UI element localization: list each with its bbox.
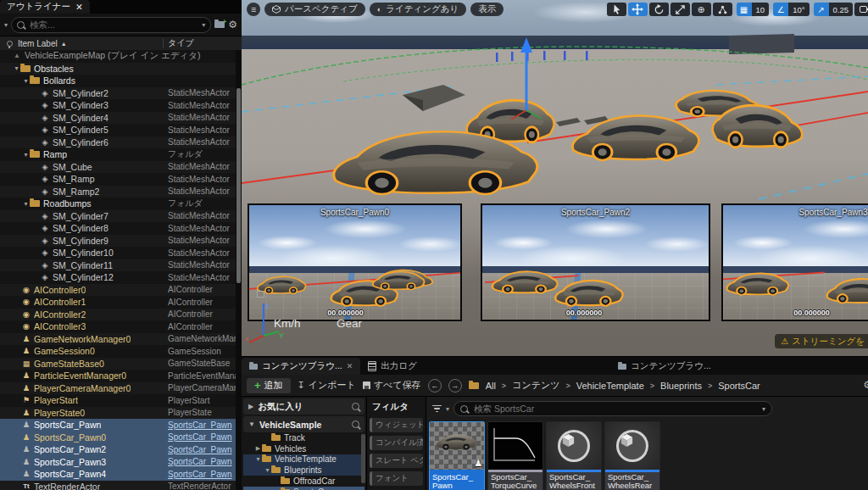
breadcrumb-item[interactable]: VehicleTemplate (576, 381, 644, 391)
save-all-button[interactable]: すべて保存 (363, 379, 421, 392)
rotation-snap-button[interactable]: ∠ (773, 3, 788, 16)
outliner-row[interactable]: ▾Roadbumpsフォルダ (0, 198, 236, 210)
asset-search-box[interactable]: ▾ (453, 401, 772, 416)
filter-funnel-icon[interactable] (431, 405, 442, 413)
outliner-row[interactable]: ♟ParticleEventManager0ParticleEventManag… (0, 370, 236, 382)
gear-icon[interactable]: ⚙ (863, 379, 868, 391)
asset-tile[interactable]: ♟SportsCar_Pawn (429, 421, 485, 490)
tab-outliner[interactable]: アウトライナー ✕ (0, 0, 90, 14)
add-button[interactable]: + 追加 (247, 378, 291, 393)
outliner-row[interactable]: ◈SM_Cylinder5StaticMeshActor (0, 124, 236, 136)
asset-tile[interactable]: SportsCar_WheelsRear (604, 421, 660, 490)
outliner-row[interactable]: ◈SM_Cylinder12StaticMeshActor (0, 271, 236, 284)
folder-tree-item[interactable]: ▼Blueprints (243, 465, 364, 476)
breadcrumb-item[interactable]: SportsCar (718, 381, 760, 391)
gear-icon[interactable]: ⚙ (228, 19, 237, 30)
source-header[interactable]: ▼ VehicleSample (243, 416, 364, 432)
viewport-menu-button[interactable]: ≡ (247, 3, 260, 16)
actor-type[interactable]: SportsCar_Pawn (168, 445, 236, 454)
breadcrumb-item[interactable]: コンテンツ (512, 379, 559, 392)
search-icon[interactable] (352, 403, 359, 410)
tab-content-browser[interactable]: コンテンツブラウ... ✕ (242, 358, 360, 375)
chevron-down-icon[interactable]: ▾ (446, 405, 449, 413)
expander-icon[interactable]: ▶ (254, 445, 262, 452)
pin-column-icon[interactable] (7, 41, 13, 47)
perspective-button[interactable]: パースペクティブ (264, 3, 365, 16)
filter-chip[interactable]: フォント (370, 471, 423, 486)
level-viewport[interactable]: ≡ パースペクティブ ◐ ライティングあり 表示 (242, 0, 868, 356)
close-icon[interactable]: ✕ (75, 3, 83, 11)
outliner-row[interactable]: ♟SportsCar_Pawn0SportsCar_Pawn (0, 432, 236, 444)
tab-output-log[interactable]: 出力ログ (360, 358, 425, 375)
expander-icon[interactable]: ▾ (13, 64, 20, 72)
outliner-row[interactable]: ♟SportsCar_Pawn2SportsCar_Pawn (0, 443, 236, 456)
scrollbar-thumb[interactable] (361, 434, 365, 483)
outliner-row[interactable]: ▦GameStateBase0GameStateBase (0, 358, 236, 370)
outliner-row[interactable]: ◈SM_Cylinder11StaticMeshActor (0, 259, 236, 272)
outliner-row[interactable]: ◈SM_Cylinder2StaticMeshActor (0, 87, 236, 100)
folder-tree-item[interactable]: OffroadCar (243, 476, 364, 487)
folder-tree-item[interactable]: ▼VehicleTemplate (243, 454, 364, 465)
outliner-row[interactable]: TtTextRenderActorTextRenderActor (0, 481, 236, 490)
streaming-warning-badge[interactable]: ⚠ ストリーミングを (775, 334, 868, 348)
search-icon[interactable] (352, 420, 359, 428)
outliner-row[interactable]: ◈SM_Cylinder9StaticMeshActor (0, 235, 236, 248)
outliner-row[interactable]: ♟PlayerCameraManager0PlayerCameraManager (0, 382, 236, 395)
chevron-down-icon[interactable]: ▾ (762, 405, 765, 413)
outliner-row[interactable]: ♟GameSession0GameSession (0, 345, 236, 358)
outliner-row[interactable]: ♟SportsCar_PawnSportsCar_Pawn (0, 419, 236, 432)
expander-icon[interactable]: ▼ (264, 467, 271, 473)
actor-type[interactable]: SportsCar_Pawn (168, 420, 236, 430)
folder-tree-item[interactable]: Track (243, 432, 364, 443)
actor-type[interactable]: SportsCar_Pawn (168, 470, 236, 479)
outliner-row[interactable]: ◉AIController1AIController (0, 296, 236, 309)
camera-speed-button[interactable] (854, 3, 868, 16)
move-tool-button[interactable] (628, 3, 648, 16)
outliner-row[interactable]: ♟SportsCar_Pawn4SportsCar_Pawn (0, 468, 236, 481)
breadcrumb-item[interactable]: All (486, 381, 496, 391)
import-button[interactable]: ↧ インポート (298, 379, 356, 392)
forward-button[interactable]: → (448, 379, 462, 393)
folder-tree-item[interactable]: SportsCar (243, 487, 364, 490)
outliner-row[interactable]: ♟GameNetworkManager0GameNetworkManager (0, 333, 236, 346)
chevron-down-icon[interactable]: ▾ (4, 21, 8, 29)
folder-tree-item[interactable]: ▶Vehicles (243, 443, 364, 454)
outliner-row[interactable]: ◈SM_RampStaticMeshActor (0, 173, 236, 186)
show-button[interactable]: 表示 (470, 3, 504, 16)
add-folder-icon[interactable] (214, 21, 225, 28)
outliner-row[interactable]: ◉AIController2AIController (0, 309, 236, 321)
scale-snap-button[interactable]: ↗ (814, 3, 829, 16)
outliner-row[interactable]: ♟PlayerState0PlayerState (0, 407, 236, 420)
asset-tile[interactable]: SportsCar_TorqueCurve (487, 421, 543, 490)
expander-icon[interactable]: ▾ (22, 151, 30, 159)
filter-chip[interactable]: ウィジェットブ (370, 418, 423, 432)
outliner-row[interactable]: ◈SM_Ramp2StaticMeshActor (0, 186, 236, 198)
close-icon[interactable]: ✕ (347, 363, 353, 370)
outliner-row[interactable]: ▾Rampフォルダ (0, 148, 236, 161)
column-divider[interactable] (163, 38, 164, 48)
scale-tool-button[interactable] (670, 3, 690, 16)
filter-chip[interactable]: スレート ベク (370, 454, 423, 468)
scrollbar-thumb[interactable] (236, 88, 241, 283)
outliner-scrollbar[interactable] (236, 50, 242, 490)
outliner-row[interactable]: ◈SM_Cylinder10StaticMeshActor (0, 247, 236, 259)
lit-mode-button[interactable]: ◐ ライティングあり (370, 3, 466, 16)
outliner-row[interactable]: ◈SM_CubeStaticMeshActor (0, 161, 236, 174)
actor-type[interactable]: SportsCar_Pawn (168, 457, 236, 466)
outliner-search-box[interactable]: ▾ (11, 17, 211, 33)
outliner-row[interactable]: ◈SM_Cylinder8StaticMeshActor (0, 222, 236, 235)
outliner-row[interactable]: ◈SM_Cylinder6StaticMeshActor (0, 136, 236, 149)
expander-icon[interactable]: ▼ (254, 456, 262, 462)
outliner-search-input[interactable] (28, 19, 198, 31)
outliner-row[interactable]: ◈SM_Cylinder7StaticMeshActor (0, 210, 236, 223)
asset-search-input[interactable] (472, 403, 758, 415)
tab-content-browser-2[interactable]: コンテンツブラウ... (610, 358, 719, 375)
outliner-row[interactable]: ▾Bollards (0, 75, 236, 87)
column-item-label[interactable]: Item Label (18, 39, 58, 48)
rotate-tool-button[interactable] (649, 3, 669, 16)
outliner-row[interactable]: ◈SM_Cylinder3StaticMeshActor (0, 99, 236, 112)
expander-icon[interactable]: ▾ (22, 77, 30, 85)
outliner-row[interactable]: ▾Obstacles (0, 63, 236, 75)
outliner-row[interactable]: ▲VehicleExampleMap (プレイ イン エディタ) (0, 50, 236, 63)
rotation-snap-value[interactable]: 10° (788, 3, 809, 16)
